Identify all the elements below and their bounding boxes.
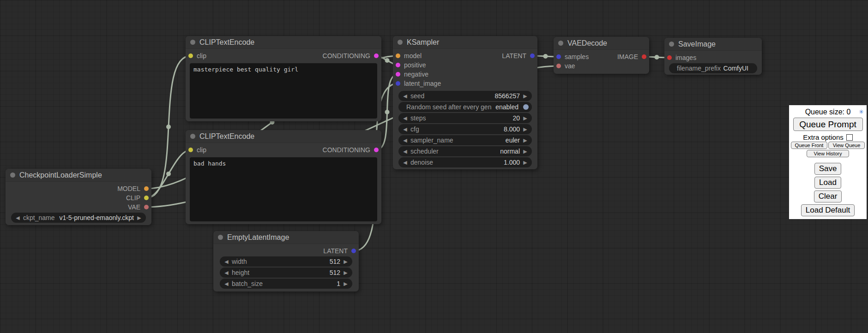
input-dot-negative[interactable] [396,72,400,77]
widget-label: width [230,258,330,265]
node-title-bar[interactable]: CLIPTextEncode [186,36,381,49]
prompt-text-area[interactable]: bad hands [190,157,377,221]
widget-height[interactable]: ◀ height 512 ▶ [220,268,352,278]
increment-arrow-icon[interactable]: ▶ [522,149,529,155]
decrement-arrow-icon[interactable]: ◀ [223,259,230,265]
widgets: ◀ seed 8566257 ▶ Random seed after every… [393,91,537,167]
output-dot-model[interactable] [144,186,149,191]
increment-arrow-icon[interactable]: ▶ [522,93,529,99]
output-slot-latent: LATENT [502,52,535,59]
slots: images [664,51,762,62]
node-title-bar[interactable]: KSampler [393,36,537,49]
node-checkpoint-loader-simple[interactable]: CheckpointLoaderSimple MODEL CLIP VAE ◀ … [6,169,151,225]
decrement-arrow-icon[interactable]: ◀ [402,160,409,166]
menu-header: Queue size: 0 ✳ [791,108,865,116]
output-dot-image[interactable] [642,54,646,59]
decrement-arrow-icon[interactable]: ◀ [402,126,409,132]
clear-button[interactable]: Clear [814,190,842,202]
input-dot-images[interactable] [667,55,672,60]
view-history-button[interactable]: View History [807,150,849,157]
widget-label: scheduler [409,148,500,155]
node-status-dot-icon[interactable] [190,40,195,45]
input-dot-model[interactable] [396,54,400,58]
slots: MODEL CLIP VAE [6,182,151,212]
widget-filename-prefix[interactable]: filename_prefix ComfyUI [669,63,757,73]
widget-denoise[interactable]: ◀ denoise 1.000 ▶ [398,157,532,167]
node-save-image[interactable]: SaveImage images filename_prefix ComfyUI [664,38,762,75]
extra-options-checkbox[interactable] [846,134,853,141]
increment-arrow-icon[interactable]: ▶ [342,281,349,287]
widget-width[interactable]: ◀ width 512 ▶ [220,256,352,267]
increment-arrow-icon[interactable]: ▶ [136,215,143,221]
slot-label: samples [565,53,589,60]
input-dot-positive[interactable] [396,63,400,67]
output-dot-latent[interactable] [530,54,535,58]
decrement-arrow-icon[interactable]: ◀ [14,215,21,221]
widget-steps[interactable]: ◀ steps 20 ▶ [398,113,532,123]
node-vae-decode[interactable]: VAEDecode samples IMAGE vae [554,37,649,74]
decrement-arrow-icon[interactable]: ◀ [402,137,409,143]
input-dot-latent-image[interactable] [396,81,400,86]
widget-sampler-name[interactable]: ◀ sampler_name euler ▶ [398,135,532,145]
node-status-dot-icon[interactable] [558,41,563,46]
node-title-bar[interactable]: SaveImage [664,38,762,51]
widget-random-seed-toggle[interactable]: Random seed after every gen enabled [398,102,532,112]
node-status-dot-icon[interactable] [669,42,674,47]
widget-value: 20 [512,114,522,122]
output-dot-vae[interactable] [144,205,149,209]
node-empty-latent-image[interactable]: EmptyLatentImage LATENT ◀ width 512 ▶ ◀ … [213,231,359,291]
increment-arrow-icon[interactable]: ▶ [342,270,349,276]
load-default-button[interactable]: Load Default [801,204,855,216]
decrement-arrow-icon[interactable]: ◀ [402,93,409,99]
node-ksampler[interactable]: KSampler model LATENT positive negative … [393,36,537,169]
widget-batch-size[interactable]: ◀ batch_size 1 ▶ [220,279,352,289]
queue-prompt-button[interactable]: Queue Prompt [793,118,863,131]
node-status-dot-icon[interactable] [10,172,15,178]
view-queue-button[interactable]: View Queue [828,142,865,149]
output-dot-clip[interactable] [144,196,149,200]
widget-value: 1 [337,280,342,287]
output-dot-conditioning[interactable] [374,148,379,152]
input-dot-clip[interactable] [188,54,193,58]
node-title-bar[interactable]: VAEDecode [554,37,649,50]
node-title-bar[interactable]: CheckpointLoaderSimple [6,169,151,182]
input-dot-clip[interactable] [188,148,193,152]
node-clip-text-encode-negative[interactable]: CLIPTextEncode clip CONDITIONING bad han… [186,130,381,224]
prompt-text-area[interactable]: masterpiece best quality girl [190,63,377,119]
slot-label: VAE [128,203,140,211]
widget-value: euler [506,137,522,144]
link-midpoint-dot [385,110,390,114]
node-status-dot-icon[interactable] [190,134,195,139]
increment-arrow-icon[interactable]: ▶ [522,160,529,166]
node-title-bar[interactable]: EmptyLatentImage [213,231,359,244]
input-slot-clip: clip [188,146,206,154]
output-dot-conditioning[interactable] [374,54,379,58]
increment-arrow-icon[interactable]: ▶ [522,137,529,143]
toggle-on-dot-icon[interactable] [523,104,529,110]
settings-icon[interactable]: ✳ [859,108,864,116]
input-dot-vae[interactable] [556,64,561,68]
widget-ckpt-name[interactable]: ◀ ckpt_name v1-5-pruned-emaonly.ckpt ▶ [11,213,146,223]
node-status-dot-icon[interactable] [398,40,403,45]
node-status-dot-icon[interactable] [218,235,223,240]
increment-arrow-icon[interactable]: ▶ [522,115,529,121]
slot-row: samples IMAGE [554,52,649,61]
decrement-arrow-icon[interactable]: ◀ [402,115,409,121]
output-dot-latent[interactable] [351,249,356,253]
widget-seed[interactable]: ◀ seed 8566257 ▶ [398,91,532,101]
node-title-bar[interactable]: CLIPTextEncode [186,130,381,143]
node-clip-text-encode-positive[interactable]: CLIPTextEncode clip CONDITIONING masterp… [186,36,381,121]
slot-label: clip [197,52,206,59]
decrement-arrow-icon[interactable]: ◀ [223,270,230,276]
input-dot-samples[interactable] [556,54,561,59]
decrement-arrow-icon[interactable]: ◀ [223,281,230,287]
increment-arrow-icon[interactable]: ▶ [342,259,349,265]
increment-arrow-icon[interactable]: ▶ [522,126,529,132]
widget-scheduler[interactable]: ◀ scheduler normal ▶ [398,146,532,156]
save-button[interactable]: Save [814,163,842,175]
load-button[interactable]: Load [814,177,841,189]
queue-front-button[interactable]: Queue Front [791,142,827,149]
node-title: CLIPTextEncode [199,132,254,141]
decrement-arrow-icon[interactable]: ◀ [402,149,409,155]
widget-cfg[interactable]: ◀ cfg 8.000 ▶ [398,124,532,134]
